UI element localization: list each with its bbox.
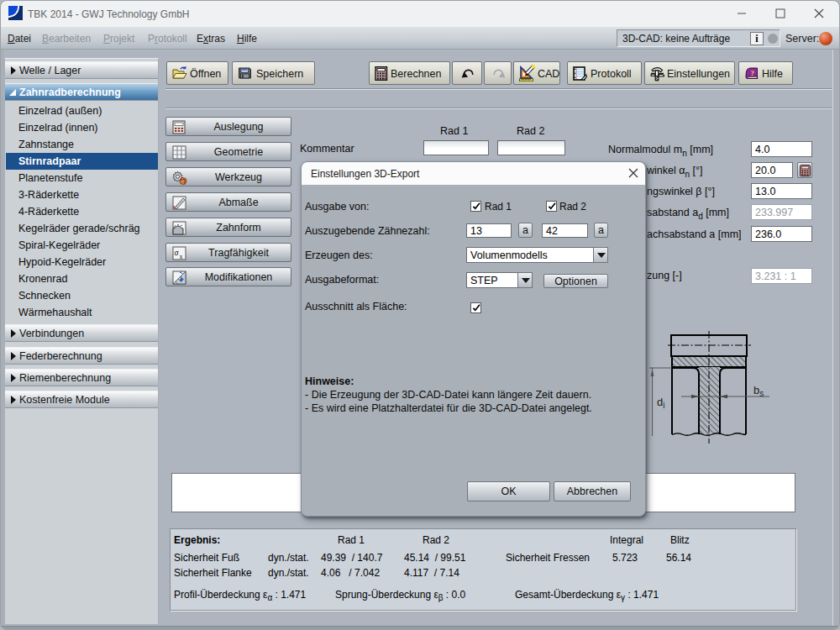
svg-text:x: x <box>180 252 183 260</box>
svg-text:?: ? <box>751 69 755 77</box>
svg-text:bs: bs <box>753 384 764 398</box>
svg-text:di: di <box>657 396 664 410</box>
